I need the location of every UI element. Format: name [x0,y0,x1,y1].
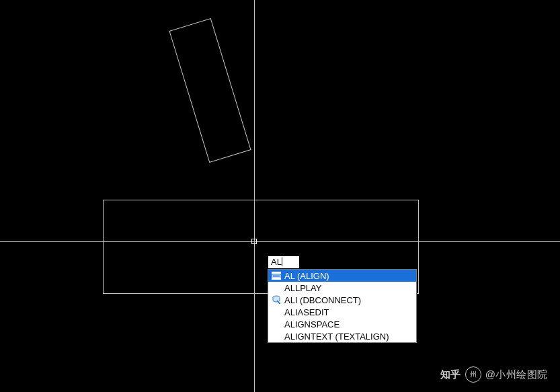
watermark: 知乎 州 @小州绘图院 [440,366,548,383]
suggestion-item[interactable]: ALIGNTEXT (TEXTALIGN) [268,330,416,342]
suggestion-label: ALLPLAY [284,283,321,293]
command-input[interactable]: AL [268,256,300,269]
rectangle-upper[interactable] [169,18,251,163]
drawing-canvas[interactable]: AL AL (ALIGN) ALLPLAY [0,0,560,392]
crosshair-pickbox [251,239,257,244]
suggestion-item[interactable]: ALIGNSPACE [268,318,416,330]
command-suggestions[interactable]: AL (ALIGN) ALLPLAY ALI (DBCONNECT) ALIAS… [268,269,417,343]
suggestion-item[interactable]: ALIASEDIT [268,306,416,318]
watermark-badge-icon: 州 [465,366,481,383]
svg-rect-2 [272,278,281,280]
suggestion-item[interactable]: AL (ALIGN) [268,270,416,282]
watermark-brand: 知乎 [440,368,461,381]
suggestion-item[interactable]: ALLPLAY [268,282,416,294]
crosshair-vertical [254,0,255,392]
suggestion-item[interactable]: ALI (DBCONNECT) [268,294,416,306]
text-caret [282,258,282,266]
watermark-handle: @小州绘图院 [485,368,548,381]
blank-icon [271,282,282,293]
crosshair-horizontal [0,241,560,242]
svg-rect-0 [272,272,281,274]
align-icon [271,270,282,281]
svg-point-4 [279,303,281,305]
blank-icon [271,307,282,317]
blank-icon [271,331,282,342]
suggestion-label: ALIGNSPACE [284,319,339,329]
dbconnect-icon [271,295,282,305]
command-input-value: AL [271,257,282,267]
svg-rect-1 [272,275,280,277]
suggestion-label: ALI (DBCONNECT) [284,295,361,305]
suggestion-label: AL (ALIGN) [284,271,329,281]
suggestion-label: ALIASEDIT [284,307,329,317]
suggestion-label: ALIGNTEXT (TEXTALIGN) [284,331,389,342]
blank-icon [271,319,282,329]
